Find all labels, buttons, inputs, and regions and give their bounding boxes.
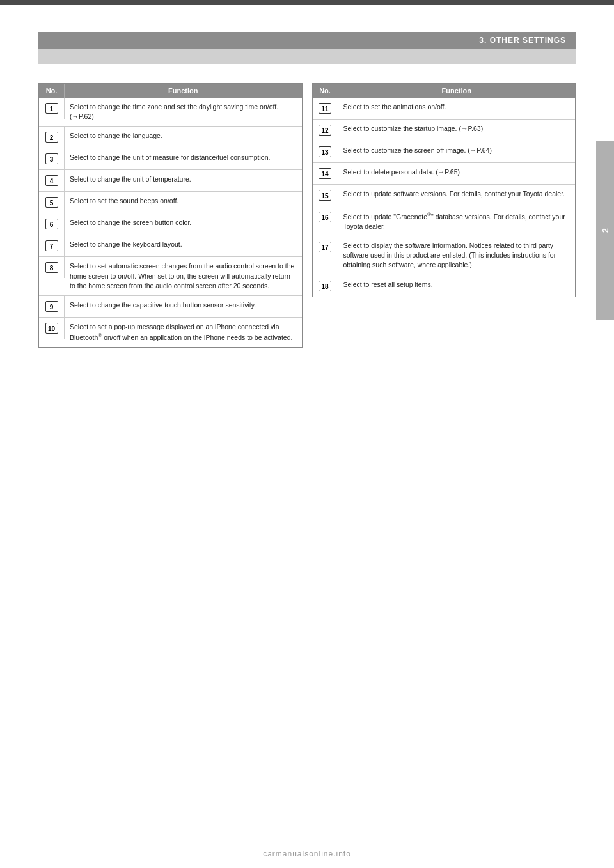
top-decorative-bar	[0, 0, 614, 5]
table-row: 7 Select to change the keyboard layout.	[39, 235, 302, 256]
td-function: Select to customize the screen off image…	[338, 141, 576, 160]
td-no: 3	[39, 148, 65, 169]
page-container: 2 3. OTHER SETTINGS No. Function 1 Selec…	[0, 0, 614, 868]
num-badge: 8	[45, 262, 58, 273]
td-no: 12	[313, 120, 338, 141]
content-area: No. Function 1 Select to change the time…	[0, 83, 614, 348]
right-th-function: Function	[338, 84, 576, 98]
td-function: Select to change the time zone and set t…	[65, 98, 302, 126]
num-badge: 5	[45, 197, 58, 208]
right-th-no: No.	[313, 84, 338, 98]
td-no: 4	[39, 170, 65, 191]
header-section: 3. OTHER SETTINGS	[0, 32, 614, 64]
num-badge: 14	[319, 168, 331, 179]
table-row: 1 Select to change the time zone and set…	[39, 98, 302, 126]
table-row: 3 Select to change the unit of measure f…	[39, 148, 302, 169]
right-sidebar-tab: 2	[596, 141, 614, 320]
table-row: 9 Select to change the capacitive touch …	[39, 295, 302, 317]
num-badge: 6	[45, 219, 58, 229]
left-table: No. Function 1 Select to change the time…	[38, 83, 303, 348]
table-row: 4 Select to change the unit of temperatu…	[39, 169, 302, 191]
right-table: No. Function 11 Select to set the animat…	[312, 83, 576, 297]
td-function: Select to reset all setup items.	[338, 275, 576, 294]
num-badge: 16	[319, 212, 331, 222]
td-function: Select to change the unit of temperature…	[65, 170, 302, 189]
table-row: 13 Select to customize the screen off im…	[313, 141, 576, 162]
num-badge: 7	[45, 240, 58, 251]
td-no: 13	[313, 141, 338, 162]
num-badge: 4	[45, 175, 58, 186]
td-function: Select to set the animations on/off.	[338, 98, 576, 116]
td-function: Select to change the screen button color…	[65, 213, 302, 232]
td-no: 9	[39, 296, 65, 317]
num-badge: 15	[319, 190, 331, 201]
td-no: 5	[39, 192, 65, 213]
table-row: 14 Select to delete personal data. (→P.6…	[313, 162, 576, 184]
td-no: 2	[39, 127, 65, 148]
left-table-header: No. Function	[39, 84, 302, 98]
table-row: 16 Select to update "Gracenote®" databas…	[313, 206, 576, 236]
table-row: 12 Select to customize the startup image…	[313, 119, 576, 141]
td-function: Select to set the sound beeps on/off.	[65, 192, 302, 210]
td-function: Select to delete personal data. (→P.65)	[338, 163, 576, 182]
td-no: 18	[313, 275, 338, 297]
td-no: 15	[313, 185, 338, 206]
chapter-number: 2	[601, 228, 610, 233]
table-row: 8 Select to set automatic screen changes…	[39, 256, 302, 295]
td-function: Select to change the keyboard layout.	[65, 235, 302, 254]
num-badge: 9	[45, 301, 58, 312]
td-no: 8	[39, 257, 65, 278]
td-no: 17	[313, 236, 338, 258]
td-no: 11	[313, 98, 338, 119]
td-function: Select to change the capacitive touch bu…	[65, 296, 302, 314]
table-row: 11 Select to set the animations on/off.	[313, 98, 576, 119]
section-subheader	[38, 49, 576, 64]
table-row: 2 Select to change the language.	[39, 126, 302, 148]
section-title: 3. OTHER SETTINGS	[479, 36, 566, 45]
td-no: 14	[313, 163, 338, 184]
table-row: 6 Select to change the screen button col…	[39, 213, 302, 235]
td-function: Select to customize the startup image. (…	[338, 120, 576, 138]
td-function: Select to update "Gracenote®" database v…	[338, 206, 576, 236]
num-badge: 12	[319, 125, 331, 136]
td-function: Select to change the language.	[65, 127, 302, 145]
right-table-header: No. Function	[313, 84, 576, 98]
watermark: carmanualsonline.info	[263, 849, 351, 858]
td-function: Select to update software versions. For …	[338, 185, 576, 203]
right-table-body: 11 Select to set the animations on/off. …	[313, 98, 576, 297]
num-badge: 3	[45, 153, 58, 164]
table-row: 5 Select to set the sound beeps on/off.	[39, 191, 302, 213]
td-no: 1	[39, 98, 65, 119]
td-no: 7	[39, 235, 65, 256]
td-function: Select to set automatic screen changes f…	[65, 257, 302, 295]
num-badge: 13	[319, 146, 331, 157]
num-badge: 18	[319, 281, 331, 291]
left-th-no: No.	[39, 84, 65, 98]
td-no: 16	[313, 206, 338, 228]
num-badge: 10	[45, 323, 58, 334]
td-no: 6	[39, 213, 65, 235]
left-th-function: Function	[65, 84, 302, 98]
table-row: 10 Select to set a pop-up message displa…	[39, 317, 302, 347]
table-row: 17 Select to display the software inform…	[313, 236, 576, 275]
td-function: Select to display the software informati…	[338, 236, 576, 275]
num-badge: 1	[45, 103, 58, 114]
num-badge: 11	[319, 103, 331, 114]
left-table-body: 1 Select to change the time zone and set…	[39, 98, 302, 347]
table-row: 18 Select to reset all setup items.	[313, 275, 576, 297]
td-function: Select to change the unit of measure for…	[65, 148, 302, 167]
td-function: Select to set a pop-up message displayed…	[65, 318, 302, 347]
section-header-bar: 3. OTHER SETTINGS	[38, 32, 576, 49]
table-row: 15 Select to update software versions. F…	[313, 184, 576, 206]
num-badge: 17	[319, 242, 331, 252]
num-badge: 2	[45, 132, 58, 143]
td-no: 10	[39, 318, 65, 339]
